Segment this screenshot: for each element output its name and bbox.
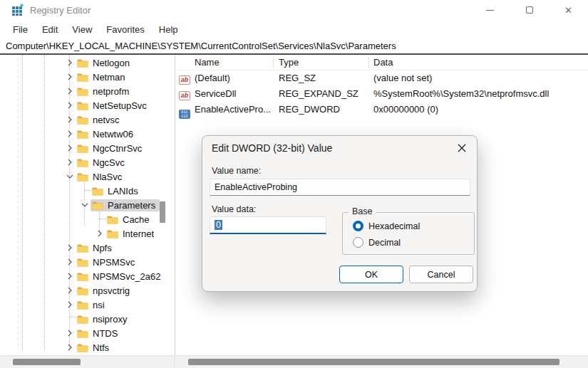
tree-item-cache[interactable]: Cache: [0, 212, 166, 226]
tree-item-content[interactable]: Npfs: [76, 242, 116, 254]
registry-value-row[interactable]: abServiceDllREG_EXPAND_SZ%SystemRoot%\Sy…: [176, 86, 588, 102]
address-path[interactable]: Computer\HKEY_LOCAL_MACHINE\SYSTEM\Curre…: [6, 41, 396, 51]
tree-item-content[interactable]: NlaSvc: [76, 171, 126, 183]
maximize-icon: [526, 6, 533, 14]
registry-value-row[interactable]: 011110EnableActivePro...REG_DWORD0x00000…: [176, 102, 588, 117]
tree-item-lanids[interactable]: LANIds: [0, 184, 166, 198]
tree-expand-toggle[interactable]: [64, 270, 76, 282]
tree-item-content[interactable]: netprofm: [76, 85, 133, 98]
tree-item-content[interactable]: nsiproxy: [76, 313, 131, 325]
tree-expand-toggle[interactable]: [64, 57, 76, 68]
minimize-button[interactable]: [470, 0, 510, 20]
column-header-data[interactable]: Data: [373, 57, 393, 68]
menu-bar: FileEditViewFavoritesHelp: [0, 20, 588, 38]
tree-item-content[interactable]: netvsc: [76, 114, 124, 126]
tree-expand-toggle[interactable]: [64, 114, 76, 125]
tree-vertical-scrollbar[interactable]: [160, 201, 165, 223]
tree-item-netwtw06[interactable]: Netwtw06: [0, 127, 166, 141]
tree-item-npsmsvc[interactable]: NPSMSvc: [0, 255, 166, 269]
tree-item-internet[interactable]: Internet: [0, 226, 166, 241]
tree-item-ntds[interactable]: NTDS: [0, 326, 166, 340]
column-header-type[interactable]: Type: [279, 57, 299, 68]
close-button[interactable]: ✕: [549, 0, 588, 20]
menu-edit[interactable]: Edit: [35, 24, 65, 35]
dialog-close-button[interactable]: [455, 142, 468, 154]
tree-item-content[interactable]: Netlogon: [76, 57, 134, 69]
tree-item-content[interactable]: Netman: [76, 71, 130, 83]
list-hscroll-thumb[interactable]: [188, 359, 559, 365]
tree-item-content[interactable]: NPSMSvc: [76, 256, 139, 268]
tree-expand-toggle[interactable]: [79, 199, 91, 211]
registry-value-row[interactable]: ab(Default)REG_SZ(value not set): [176, 70, 588, 86]
folder-icon: [77, 130, 88, 139]
tree-expand-toggle[interactable]: [64, 256, 76, 268]
tree-item-content[interactable]: Parameters: [91, 199, 160, 211]
column-header-name[interactable]: Name: [195, 57, 220, 68]
tree-expand-toggle[interactable]: [64, 242, 76, 253]
tree-item-label: NgcSvc: [93, 157, 125, 168]
tree-item-content[interactable]: NetSetupSvc: [76, 100, 151, 112]
tree-item-npsmsvc-2a62[interactable]: NPSMSvc_2a62: [0, 269, 166, 283]
list-horizontal-scrollbar[interactable]: [176, 355, 588, 368]
tree-item-content[interactable]: Internet: [105, 228, 158, 240]
tree-horizontal-scrollbar[interactable]: [0, 355, 175, 368]
tree-item-nsi[interactable]: nsi: [0, 298, 166, 312]
value-name-field[interactable]: EnableActiveProbing: [210, 179, 470, 196]
tree-item-content[interactable]: LANIds: [91, 185, 143, 197]
tree-item-nsiproxy[interactable]: nsiproxy: [0, 312, 166, 326]
chevron-right-icon: [68, 273, 72, 280]
tree-item-netvsc[interactable]: netvsc: [0, 112, 166, 127]
tree-item-ngcsvc[interactable]: NgcSvc: [0, 155, 166, 169]
tree-item-npfs[interactable]: Npfs: [0, 241, 166, 255]
tree-expand-toggle[interactable]: [64, 157, 76, 168]
tree-expand-toggle[interactable]: [64, 142, 76, 154]
tree-item-content[interactable]: NTDS: [76, 327, 122, 340]
title-bar: Registry Editor ✕: [0, 0, 588, 20]
tree-item-netlogon[interactable]: Netlogon: [0, 56, 166, 70]
tree-expand-toggle[interactable]: [64, 327, 76, 339]
tree-item-ntfs[interactable]: Ntfs: [0, 340, 166, 354]
tree-item-npsvctrig[interactable]: npsvctrig: [0, 283, 166, 298]
tree-expand-toggle[interactable]: [64, 85, 76, 97]
column-separator[interactable]: [368, 58, 369, 68]
tree-item-content[interactable]: NPSMSvc_2a62: [76, 270, 165, 283]
tree-item-content[interactable]: nsi: [76, 299, 109, 311]
tree-expand-toggle[interactable]: [64, 71, 76, 83]
cancel-button[interactable]: Cancel: [409, 266, 473, 283]
tree-item-netman[interactable]: Netman: [0, 70, 166, 84]
menu-view[interactable]: View: [65, 24, 99, 35]
maximize-button[interactable]: [510, 0, 549, 20]
tree-item-content[interactable]: NgcSvc: [76, 157, 129, 169]
radio-decimal[interactable]: Decimal: [353, 237, 401, 248]
tree-expand-toggle[interactable]: [64, 285, 76, 296]
menu-help[interactable]: Help: [152, 24, 185, 35]
value-data-label: Value data:: [212, 204, 256, 214]
tree-item-nlasvc[interactable]: NlaSvc: [0, 169, 166, 184]
tree-expand-toggle[interactable]: [64, 100, 76, 111]
chevron-right-icon: [68, 144, 72, 152]
tree-expand-toggle[interactable]: [64, 299, 76, 310]
menu-file[interactable]: File: [6, 24, 35, 35]
column-separator[interactable]: [273, 58, 274, 68]
tree-item-ngcctnrsvc[interactable]: NgcCtnrSvc: [0, 141, 166, 155]
tree-item-netprofm[interactable]: netprofm: [0, 84, 166, 98]
tree-expand-toggle[interactable]: [64, 171, 76, 182]
tree-item-content[interactable]: NgcCtnrSvc: [76, 142, 146, 154]
value-data-field[interactable]: 0: [210, 216, 326, 234]
tree-item-content[interactable]: Ntfs: [76, 342, 113, 354]
tree-item-netsetupsvc[interactable]: NetSetupSvc: [0, 98, 166, 112]
tree-item-parameters[interactable]: Parameters: [0, 198, 166, 212]
tree-expand-toggle[interactable]: [64, 342, 76, 353]
radio-hexadecimal[interactable]: Hexadecimal: [353, 221, 420, 231]
menu-favorites[interactable]: Favorites: [99, 24, 151, 35]
dialog-close-icon: [458, 144, 466, 152]
value-name: (Default): [195, 73, 273, 83]
ok-button[interactable]: OK: [339, 266, 403, 283]
address-bar[interactable]: Computer\HKEY_LOCAL_MACHINE\SYSTEM\Curre…: [0, 38, 588, 55]
tree-expand-toggle[interactable]: [94, 228, 105, 239]
tree-item-content[interactable]: npsvctrig: [76, 285, 134, 297]
tree-item-content[interactable]: Cache: [105, 214, 154, 226]
tree-expand-toggle[interactable]: [64, 128, 76, 140]
tree-item-content[interactable]: Netwtw06: [76, 128, 138, 140]
tree-hscroll-thumb[interactable]: [13, 359, 81, 365]
